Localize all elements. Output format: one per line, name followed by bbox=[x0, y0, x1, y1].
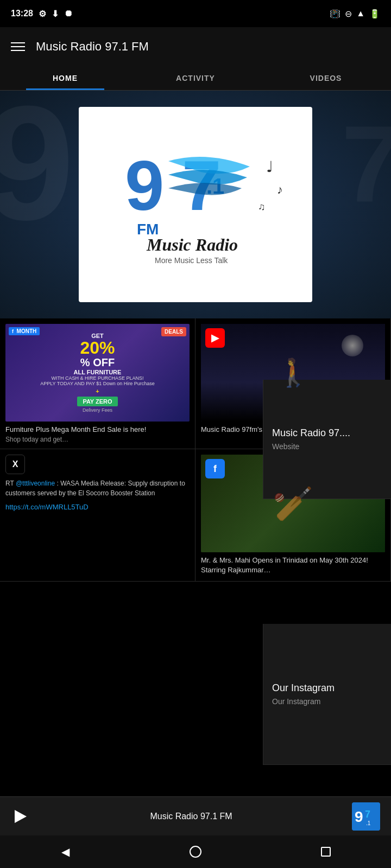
ad-conditions: WITH CASH & HIRE PURCHASE PLANS! bbox=[51, 375, 143, 381]
hero-logo-card: ♩ ♪ ♫ 9 7 FM .1 Music Radio bbox=[79, 107, 312, 302]
ad-apply: APPLY TODAY AND PAY $1 Down on Hire Purc… bbox=[40, 381, 155, 386]
hero-bg-number: 9 bbox=[0, 91, 74, 257]
furniture-card-title: Furniture Plus Mega Month End Sale is he… bbox=[5, 425, 190, 435]
tab-videos[interactable]: VIDEOS bbox=[261, 66, 391, 90]
ad-off-text: % OFF bbox=[80, 356, 115, 369]
deals-badge: DEALS bbox=[161, 327, 186, 336]
nav-home-button[interactable] bbox=[174, 841, 217, 863]
tab-home[interactable]: HOME bbox=[0, 66, 130, 90]
vibrate-icon: 📳 bbox=[330, 9, 340, 19]
furniture-ad-image: f MONTH DEALS GET 20% % OFF ALL FURNITUR… bbox=[5, 324, 190, 422]
download-icon: ⬇ bbox=[52, 9, 59, 19]
status-right-icons: 📳 ⊖ ▲ 🔋 bbox=[330, 9, 380, 19]
station-logo-svg: ♩ ♪ ♫ 9 7 FM .1 Music Radio bbox=[98, 139, 293, 270]
twitter-card[interactable]: X RT @tttliveonline : WASA Media Release… bbox=[0, 449, 195, 580]
youtube-badge: ▶ bbox=[205, 328, 225, 348]
minus-circle-icon: ⊖ bbox=[345, 9, 352, 19]
tab-activity[interactable]: ACTIVITY bbox=[130, 66, 261, 90]
svg-text:9: 9 bbox=[355, 808, 363, 825]
website-panel-title: Music Radio 97.... bbox=[272, 427, 382, 439]
website-panel-sub: Website bbox=[272, 442, 382, 451]
furniture-card-sub: Shop today and get… bbox=[5, 436, 190, 443]
bottom-player: Music Radio 97.1 FM 9 7 .1 bbox=[0, 796, 391, 835]
recents-square-icon bbox=[321, 847, 331, 857]
svg-text:♪: ♪ bbox=[277, 183, 283, 196]
svg-text:7: 7 bbox=[365, 809, 370, 820]
app-title: Music Radio 97.1 FM bbox=[36, 40, 149, 54]
navigation-bar: ◀ bbox=[0, 835, 391, 868]
svg-text:♩: ♩ bbox=[266, 158, 273, 175]
status-bar: 13:28 ⚙ ⬇ ⏺ 📳 ⊖ ▲ 🔋 bbox=[0, 0, 391, 27]
player-thumbnail: 9 7 .1 bbox=[352, 802, 380, 831]
top-bar: Music Radio 97.1 FM bbox=[0, 27, 391, 66]
twitter-text: RT @tttliveonline : WASA Media Release: … bbox=[5, 478, 190, 498]
play-icon bbox=[15, 810, 27, 823]
ad-discount: 20% bbox=[80, 339, 115, 356]
home-circle-icon bbox=[190, 846, 201, 858]
instagram-info-panel: Our Instagram Our Instagram bbox=[263, 624, 391, 765]
record-icon: ⏺ bbox=[64, 9, 73, 18]
wifi-icon: ▲ bbox=[356, 9, 365, 18]
player-thumb-logo: 9 7 .1 bbox=[352, 802, 380, 831]
movie-card-title: Mr. & Mrs. Mahi Opens in Trinidad on May… bbox=[201, 556, 385, 575]
svg-text:More Music   Less Talk: More Music Less Talk bbox=[155, 256, 228, 265]
instagram-panel-title: Our Instagram bbox=[272, 682, 382, 694]
status-time: 13:28 ⚙ ⬇ ⏺ bbox=[11, 9, 73, 19]
twitter-x-logo: X bbox=[5, 455, 25, 474]
nav-recents-button[interactable] bbox=[304, 841, 348, 863]
ad-pay-zero: PAY ZERO bbox=[77, 397, 117, 406]
twitter-link-text: https://t.co/mWMRLL5TuD bbox=[5, 502, 190, 512]
logo-area: ♩ ♪ ♫ 9 7 FM .1 Music Radio bbox=[100, 139, 291, 270]
settings-icon: ⚙ bbox=[39, 9, 46, 19]
player-play-button[interactable] bbox=[11, 807, 30, 826]
svg-text:9: 9 bbox=[125, 146, 164, 225]
back-icon: ◀ bbox=[61, 845, 70, 858]
instagram-panel-sub: Our Instagram bbox=[272, 697, 382, 706]
hero-section: 9 7 ♩ ♪ ♫ 9 7 FM .1 bbox=[0, 91, 391, 318]
time-display: 13:28 bbox=[11, 9, 33, 18]
website-info-panel: Music Radio 97.... Website bbox=[263, 380, 391, 499]
ad-furniture-text: ALL FURNITURE bbox=[74, 369, 122, 375]
furniture-ad-card[interactable]: f MONTH DEALS GET 20% % OFF ALL FURNITUR… bbox=[0, 318, 195, 449]
svg-text:Music Radio: Music Radio bbox=[146, 235, 238, 254]
ad-plus: + bbox=[96, 388, 99, 394]
hamburger-menu[interactable] bbox=[11, 42, 25, 51]
player-title: Music Radio 97.1 FM bbox=[39, 812, 343, 821]
battery-icon: 🔋 bbox=[369, 9, 380, 19]
nav-back-button[interactable]: ◀ bbox=[43, 841, 87, 863]
twitter-mention: @tttliveonline bbox=[16, 480, 55, 487]
svg-text:.1: .1 bbox=[366, 820, 371, 826]
hero-bg-number-right: 7 bbox=[342, 101, 391, 226]
ad-delivery: Delivery Fees bbox=[83, 407, 112, 413]
svg-text:♫: ♫ bbox=[258, 201, 266, 212]
tab-bar: HOME ACTIVITY VIDEOS bbox=[0, 66, 391, 91]
facebook-badge-movie: f bbox=[205, 459, 225, 478]
month-badge: f MONTH bbox=[9, 327, 40, 335]
